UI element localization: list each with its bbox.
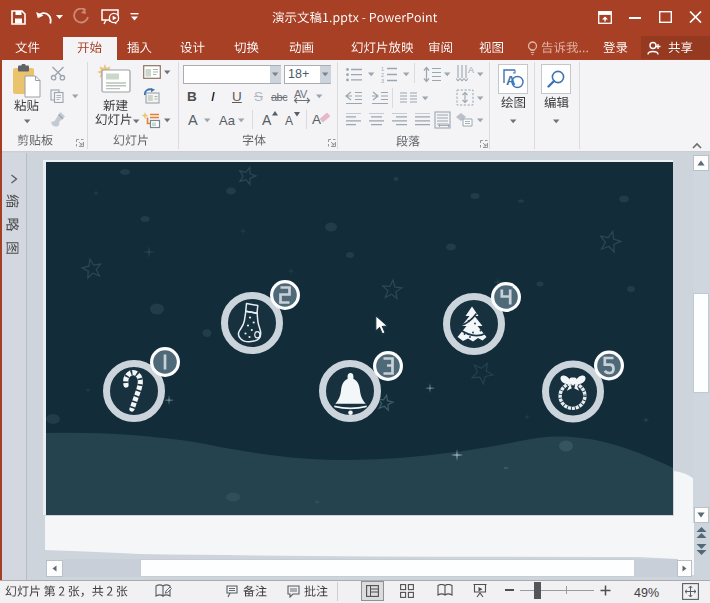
svg-text:A: A (468, 65, 474, 75)
svg-text:A: A (506, 73, 516, 88)
svg-text:3: 3 (381, 78, 384, 84)
